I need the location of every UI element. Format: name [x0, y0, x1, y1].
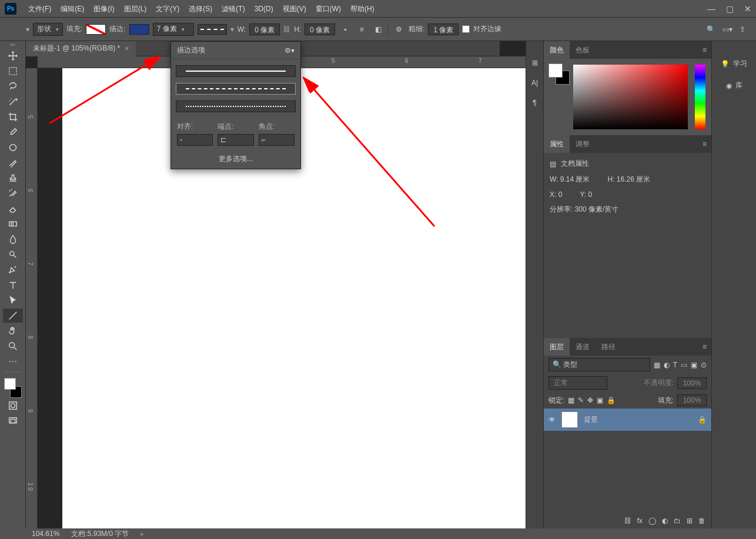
blend-mode-dropdown[interactable]: 正常 [548, 376, 607, 390]
caps-dropdown[interactable]: ⊏ [218, 134, 253, 146]
stroke-swatch[interactable] [129, 24, 149, 35]
width-input[interactable]: 0 像素 [249, 24, 280, 35]
menu-window[interactable]: 窗口(W) [311, 0, 346, 18]
delete-icon[interactable]: 🗑 [698, 517, 705, 525]
lasso-tool[interactable] [3, 79, 23, 93]
hue-slider[interactable] [695, 65, 705, 129]
adjustment-icon[interactable]: ◐ [662, 517, 668, 525]
path-ops-icon[interactable]: ▪ [339, 23, 352, 36]
stroke-type-dropdown[interactable] [198, 24, 227, 35]
align-dropdown[interactable]: ▫ [177, 134, 213, 146]
height-input[interactable]: 0 像素 [305, 24, 335, 35]
libraries-button[interactable]: ◉ 库 [726, 81, 742, 91]
dock-icon-2[interactable]: A| [531, 79, 538, 87]
stamp-tool[interactable] [3, 171, 23, 185]
screen-mode[interactable] [3, 414, 23, 428]
brush-tool[interactable] [3, 156, 23, 170]
panel-menu-icon[interactable]: ≡ [703, 140, 711, 148]
menu-file[interactable]: 文件(F) [24, 0, 56, 18]
maximize-button[interactable]: ▢ [726, 4, 734, 14]
lock-brush-icon[interactable]: ✎ [578, 396, 584, 404]
menu-view[interactable]: 视图(V) [278, 0, 311, 18]
hand-tool[interactable] [3, 324, 23, 338]
filter-smart-icon[interactable]: ▣ [691, 361, 697, 369]
filter-shape-icon[interactable]: ▭ [681, 361, 687, 369]
dock-icon-1[interactable]: ⊞ [532, 59, 538, 67]
filter-toggle[interactable]: ⊙ [701, 361, 707, 369]
type-tool[interactable] [3, 278, 23, 292]
fill-swatch[interactable] [86, 24, 106, 35]
tab-paths[interactable]: 路径 [596, 338, 621, 356]
gradient-tool[interactable] [3, 217, 23, 231]
dodge-tool[interactable] [3, 247, 23, 262]
filter-type-icon[interactable]: T [673, 361, 677, 369]
tab-properties[interactable]: 属性 [544, 135, 570, 153]
heal-tool[interactable] [3, 140, 23, 155]
tab-adjustments[interactable]: 调整 [570, 135, 596, 153]
zoom-tool[interactable] [3, 339, 23, 353]
eraser-tool[interactable] [3, 202, 23, 216]
quick-mask[interactable] [3, 399, 23, 413]
layer-row[interactable]: 👁 背景 🔒 [544, 409, 711, 431]
fill-opacity-input[interactable]: 100% [677, 394, 707, 406]
blur-tool[interactable] [3, 232, 23, 246]
gear-icon[interactable]: ⚙ [392, 23, 405, 36]
filter-pixel-icon[interactable]: ▦ [654, 361, 660, 369]
pen-tool[interactable] [3, 263, 23, 277]
panel-menu-icon[interactable]: ≡ [703, 343, 711, 351]
menu-layer[interactable]: 图层(L) [119, 0, 152, 18]
minimize-button[interactable]: — [707, 4, 715, 14]
corners-dropdown[interactable]: ⌐ [259, 134, 295, 146]
tab-channels[interactable]: 通道 [570, 338, 596, 356]
shape-mode-dropdown[interactable]: 形状 [33, 23, 63, 36]
menu-edit[interactable]: 编辑(E) [56, 0, 89, 18]
color-swatches[interactable] [3, 378, 23, 398]
new-layer-icon[interactable]: ⊞ [687, 517, 693, 525]
lock-all-icon[interactable]: 🔒 [607, 396, 615, 404]
share-icon[interactable]: ⇪ [740, 25, 745, 34]
menu-image[interactable]: 图像(I) [89, 0, 119, 18]
link-layers-icon[interactable]: ⛓ [624, 517, 631, 525]
menu-select[interactable]: 选择(S) [184, 0, 217, 18]
stroke-dashed-option[interactable] [176, 83, 296, 95]
zoom-level[interactable]: 104.61% [32, 530, 59, 538]
path-select-tool[interactable] [3, 293, 23, 307]
workspace-icon[interactable]: ▭▾ [722, 25, 732, 34]
current-tool-icon[interactable] [5, 21, 22, 38]
tab-color[interactable]: 颜色 [544, 41, 570, 59]
lock-pixels-icon[interactable]: ▦ [568, 396, 574, 404]
wand-tool[interactable] [3, 95, 23, 109]
menu-type[interactable]: 文字(Y) [151, 0, 184, 18]
close-button[interactable]: ✕ [744, 4, 751, 14]
edit-toolbar[interactable]: ⋯ [3, 354, 23, 369]
lock-artboard-icon[interactable]: ▣ [597, 396, 603, 404]
lock-position-icon[interactable]: ✥ [587, 396, 593, 404]
line-tool[interactable] [3, 309, 23, 323]
align-edges-checkbox[interactable] [462, 25, 470, 33]
menu-help[interactable]: 帮助(H) [346, 0, 379, 18]
tab-layers[interactable]: 图层 [544, 338, 570, 356]
stroke-dotted-option[interactable] [176, 101, 296, 112]
arrange-icon[interactable]: ◧ [372, 23, 384, 36]
tab-swatches[interactable]: 色板 [570, 41, 596, 59]
stroke-solid-option[interactable] [176, 65, 296, 77]
menu-3d[interactable]: 3D(D) [250, 0, 278, 18]
stroke-width-input[interactable]: 7 像素 [153, 23, 194, 36]
doc-size[interactable]: 文档:5.93M/0 字节 [71, 529, 129, 539]
link-icon[interactable]: ⛓ [283, 25, 290, 34]
move-tool[interactable] [3, 49, 23, 63]
weight-input[interactable]: 1 像素 [428, 24, 459, 35]
color-field[interactable] [573, 65, 688, 129]
history-brush-tool[interactable] [3, 186, 23, 200]
crop-tool[interactable] [3, 110, 23, 124]
menu-filter[interactable]: 滤镜(T) [217, 0, 249, 18]
group-icon[interactable]: 🗀 [674, 517, 681, 525]
document-tab[interactable]: 未标题-1 @ 105%(RGB/8) * × [26, 41, 136, 56]
close-tab-icon[interactable]: × [125, 45, 129, 53]
more-options-button[interactable]: 更多选项... [171, 149, 300, 169]
visibility-icon[interactable]: 👁 [548, 416, 556, 424]
fx-icon[interactable]: fx [637, 517, 643, 525]
popup-gear-icon[interactable]: ⚙▾ [285, 46, 295, 55]
panel-menu-icon[interactable]: ≡ [703, 46, 711, 54]
opacity-input[interactable]: 100% [677, 377, 707, 389]
